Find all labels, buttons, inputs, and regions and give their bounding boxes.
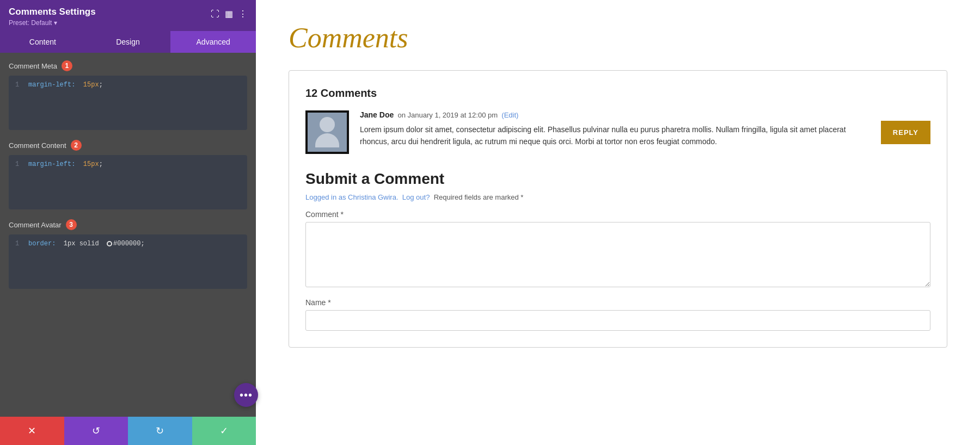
panel-title: Comments Settings (9, 7, 211, 17)
code-line-meta-1: 1 margin-left: 15px; (15, 81, 241, 89)
code-text-avatar: border: 1px solid #000000; (28, 240, 145, 248)
line-num: 1 (15, 81, 22, 89)
code-val-meta: 15px (83, 81, 99, 89)
fullscreen-icon[interactable]: ⛶ (211, 9, 219, 19)
tabs: Content Design Advanced (0, 31, 256, 53)
avatar-head (320, 117, 335, 132)
comment-edit-link[interactable]: (Edit) (501, 111, 518, 119)
comment-item: Jane Doe on January 1, 2019 at 12:00 pm … (305, 110, 930, 154)
dots-button[interactable]: ••• (234, 383, 258, 407)
required-text: Required fields are marked * (434, 193, 524, 201)
tab-design[interactable]: Design (85, 31, 171, 53)
section-label-text-avatar: Comment Avatar (9, 221, 62, 229)
cancel-button[interactable]: ✕ (0, 417, 64, 445)
avatar (305, 110, 349, 154)
section-label-text-content: Comment Content (9, 141, 66, 150)
code-line-content-1: 1 margin-left: 15px; (15, 160, 241, 168)
name-input[interactable] (305, 310, 930, 331)
page-title: Comments (289, 22, 947, 54)
preset-link[interactable]: Preset: Default (9, 19, 52, 27)
panel-footer: ✕ ↺ ↻ ✓ (0, 417, 256, 445)
color-circle-icon (107, 241, 112, 246)
avatar-person (308, 113, 347, 152)
code-suffix-meta: ; (99, 81, 103, 89)
code-block-meta[interactable]: 1 margin-left: 15px; (9, 76, 247, 130)
code-prop-content: margin-left: (28, 160, 75, 168)
code-prop-avatar: border: (28, 240, 56, 248)
undo-button[interactable]: ↺ (64, 417, 128, 445)
code-suffix-avatar: ; (140, 240, 144, 248)
code-line-avatar-1: 1 border: 1px solid #000000; (15, 240, 241, 248)
section-label-meta: Comment Meta 1 (9, 60, 247, 71)
avatar-body (315, 133, 339, 147)
comment-textarea[interactable] (305, 222, 930, 287)
logged-in-text: Logged in as Christina Gwira. Log out? R… (305, 193, 930, 201)
section-label-text-meta: Comment Meta (9, 62, 57, 70)
save-button[interactable]: ✓ (192, 417, 256, 445)
code-prop-meta: margin-left: (28, 81, 75, 89)
submit-title: Submit a Comment (305, 170, 930, 188)
panel-content: Comment Meta 1 1 margin-left: 15px; Comm… (0, 53, 256, 417)
logged-in-link[interactable]: Logged in as Christina Gwira. (305, 193, 400, 201)
reply-button[interactable]: REPLY (881, 121, 930, 144)
logout-link[interactable]: Log out? (402, 193, 430, 201)
code-block-content[interactable]: 1 margin-left: 15px; (9, 155, 247, 209)
comment-text: Lorem ipsum dolor sit amet, consectetur … (360, 123, 870, 148)
comments-count: 12 Comments (305, 87, 930, 100)
line-num-2: 1 (15, 160, 22, 168)
code-text-meta: margin-left: 15px; (28, 81, 103, 89)
line-num-3: 1 (15, 240, 22, 248)
code-text-content: margin-left: 15px; (28, 160, 103, 168)
panel-header-icons: ⛶ ▦ ⋮ (211, 9, 247, 19)
comment-author: Jane Doe (360, 110, 394, 119)
name-label: Name * (305, 298, 930, 307)
panel-preset: Preset: Default ▾ (9, 19, 211, 27)
badge-1: 1 (62, 60, 72, 71)
tab-content[interactable]: Content (0, 31, 85, 53)
comment-label: Comment * (305, 210, 930, 219)
more-icon[interactable]: ⋮ (238, 9, 247, 19)
right-panel: Comments 12 Comments Jane Doe on January… (256, 0, 980, 445)
comment-date: on January 1, 2019 at 12:00 pm (397, 111, 498, 119)
name-input-wrap: Name * (305, 298, 930, 331)
panel-title-group: Comments Settings Preset: Default ▾ (9, 7, 211, 27)
tab-advanced[interactable]: Advanced (170, 31, 256, 53)
code-color-val: #000000 (113, 240, 140, 248)
layout-icon[interactable]: ▦ (225, 9, 233, 19)
badge-2: 2 (71, 140, 82, 151)
left-panel: Comments Settings Preset: Default ▾ ⛶ ▦ … (0, 0, 256, 445)
section-label-content: Comment Content 2 (9, 140, 247, 151)
panel-header: Comments Settings Preset: Default ▾ ⛶ ▦ … (0, 0, 256, 31)
code-block-avatar[interactable]: 1 border: 1px solid #000000; (9, 234, 247, 289)
code-val-avatar: 1px solid (64, 240, 99, 248)
comment-meta: Jane Doe on January 1, 2019 at 12:00 pm … (360, 110, 870, 119)
code-val-content: 15px (83, 160, 99, 168)
section-label-avatar: Comment Avatar 3 (9, 219, 247, 230)
submit-section: Submit a Comment Logged in as Christina … (305, 170, 930, 331)
comment-body: Jane Doe on January 1, 2019 at 12:00 pm … (360, 110, 870, 148)
comments-box: 12 Comments Jane Doe on January 1, 2019 … (289, 70, 947, 348)
redo-button[interactable]: ↻ (128, 417, 192, 445)
logged-in-label: Logged in as Christina Gwira. (305, 193, 399, 201)
badge-3: 3 (66, 219, 77, 230)
code-suffix-content: ; (99, 160, 103, 168)
